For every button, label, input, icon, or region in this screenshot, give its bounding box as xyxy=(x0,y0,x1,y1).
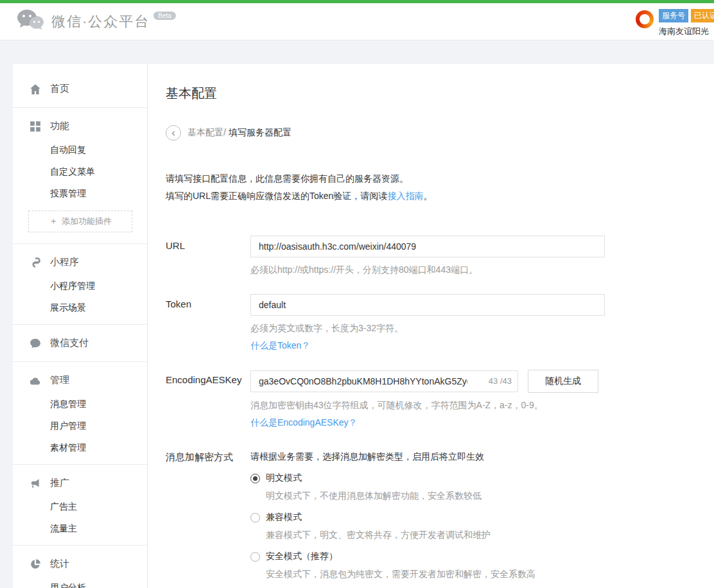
url-input[interactable] xyxy=(250,236,605,257)
sidebar-group-miniprogram: 小程序 小程序管理 展示场景 xyxy=(13,243,147,324)
sidebar-item-traffic-owner[interactable]: 流量主 xyxy=(13,517,147,539)
url-hint: 必须以http://或https://开头，分别支持80端口和443端口。 xyxy=(250,264,701,276)
radio-icon[interactable] xyxy=(250,552,260,562)
sidebar-group-label: 功能 xyxy=(50,120,69,132)
sidebar-item-home[interactable]: 首页 xyxy=(13,76,147,101)
mode-radio-secure[interactable]: 安全模式（推荐） xyxy=(250,551,701,562)
sidebar-group-statistics: 统计 用户分析 图文分析 菜单分析 xyxy=(13,545,147,588)
radio-icon[interactable] xyxy=(250,513,260,523)
content-card: 首页 功能 自动回复 自定义菜单 投票管理 ＋ 添加功能插件 xyxy=(13,64,714,588)
mode-hint-secure: 安全模式下，消息包为纯密文，需要开发者加密和解密，安全系数高 xyxy=(266,569,701,580)
account-name: 海南友谊阳光 xyxy=(659,26,714,37)
radio-icon[interactable] xyxy=(250,474,260,483)
plus-icon: ＋ xyxy=(49,216,58,227)
sidebar-item-promotion[interactable]: 推广 xyxy=(13,471,147,496)
sidebar-item-user-manage[interactable]: 用户管理 xyxy=(13,415,147,437)
sidebar-item-vote-manage[interactable]: 投票管理 xyxy=(13,182,147,204)
mode-hint-compat: 兼容模式下，明文、密文将共存，方便开发者调试和维护 xyxy=(266,530,701,541)
token-label: Token xyxy=(166,294,250,352)
miniprogram-icon xyxy=(30,257,41,268)
url-row: URL 必须以http://或https://开头，分别支持80端口和443端口… xyxy=(166,236,701,276)
sidebar: 首页 功能 自动回复 自定义菜单 投票管理 ＋ 添加功能插件 xyxy=(13,64,148,588)
mode-radio-compat[interactable]: 兼容模式 xyxy=(250,512,701,523)
promotion-icon xyxy=(30,478,41,489)
intro-text: 请填写接口配置信息，此信息需要你拥有自己的服务器资源。 填写的URL需要正确响应… xyxy=(166,170,701,205)
sidebar-item-miniprogram[interactable]: 小程序 xyxy=(13,250,147,275)
account-verified-badge: 已认证 xyxy=(691,9,714,22)
sidebar-item-auto-reply[interactable]: 自动回复 xyxy=(13,139,147,160)
breadcrumb-current: 填写服务器配置 xyxy=(229,127,292,139)
sidebar-group-home: 首页 xyxy=(13,71,147,107)
intro-line1: 请填写接口配置信息，此信息需要你拥有自己的服务器资源。 xyxy=(166,170,701,187)
sidebar-item-material-manage[interactable]: 素材管理 xyxy=(13,437,147,458)
wechat-pay-icon xyxy=(30,338,41,349)
sidebar-item-wechat-pay[interactable]: 微信支付 xyxy=(13,331,147,356)
sidebar-item-manage[interactable]: 管理 xyxy=(13,368,147,393)
sidebar-group-label: 管理 xyxy=(50,374,69,386)
sidebar-item-advertiser[interactable]: 广告主 xyxy=(13,496,147,517)
sidebar-group-promotion: 推广 广告主 流量主 xyxy=(13,464,147,545)
add-plugin-label: 添加功能插件 xyxy=(62,216,112,227)
access-guide-link[interactable]: 接入指南 xyxy=(387,191,423,201)
breadcrumb-parent[interactable]: 基本配置/ xyxy=(187,127,226,139)
sidebar-group-label: 推广 xyxy=(50,477,69,489)
mode-option-compat: 兼容模式 兼容模式下，明文、密文将共存，方便开发者调试和维护 xyxy=(250,512,701,541)
what-is-aeskey-link[interactable]: 什么是EncodingAESKey？ xyxy=(250,417,358,429)
mode-hint-plain: 明文模式下，不使用消息体加解密功能，安全系数较低 xyxy=(266,490,701,502)
token-row: Token 必须为英文或数字，长度为3-32字符。 什么是Token？ xyxy=(166,294,701,352)
home-icon xyxy=(30,83,41,95)
mode-label: 消息加解密方式 xyxy=(166,447,250,580)
mode-row: 消息加解密方式 请根据业务需要，选择消息加解密类型，启用后将立即生效 明文模式 … xyxy=(166,447,701,580)
sidebar-group-wechat-pay: 微信支付 xyxy=(13,324,147,361)
sidebar-group-label: 统计 xyxy=(50,558,69,570)
mode-option-secure: 安全模式（推荐） 安全模式下，消息包为纯密文，需要开发者加密和解密，安全系数高 xyxy=(250,551,701,580)
account-info: 服务号 已认证 海南友谊阳光 xyxy=(636,9,714,37)
aeskey-hint: 消息加密密钥由43位字符组成，可随机修改，字符范围为A-Z，a-z，0-9。 xyxy=(250,400,701,411)
sidebar-item-features[interactable]: 功能 xyxy=(13,114,147,139)
manage-icon xyxy=(30,375,41,386)
brand: 微信·公众平台 Beta xyxy=(17,9,176,35)
features-icon xyxy=(30,121,41,132)
aeskey-label: EncodingAESKey xyxy=(166,370,250,429)
page-title: 基本配置 xyxy=(166,85,701,102)
sidebar-item-display-scene[interactable]: 展示场景 xyxy=(13,297,147,318)
main-content: 基本配置 ‹ 基本配置/ 填写服务器配置 请填写接口配置信息，此信息需要你拥有自… xyxy=(148,64,714,588)
sidebar-item-custom-menu[interactable]: 自定义菜单 xyxy=(13,160,147,182)
token-hint: 必须为英文或数字，长度为3-32字符。 xyxy=(250,323,701,334)
header: 微信·公众平台 Beta 服务号 已认证 海南友谊阳光 xyxy=(0,3,714,40)
sidebar-group-label: 微信支付 xyxy=(50,337,89,349)
mode-radio-plain[interactable]: 明文模式 xyxy=(250,472,701,484)
brand-title: 微信·公众平台 xyxy=(51,12,150,31)
breadcrumb: ‹ 基本配置/ 填写服务器配置 xyxy=(166,125,701,141)
sidebar-item-message-manage[interactable]: 消息管理 xyxy=(13,393,147,415)
random-generate-button[interactable]: 随机生成 xyxy=(528,370,598,393)
aeskey-input[interactable] xyxy=(250,370,518,392)
url-label: URL xyxy=(166,236,250,276)
statistics-icon xyxy=(30,558,41,570)
sidebar-item-miniprogram-manage[interactable]: 小程序管理 xyxy=(13,275,147,297)
sidebar-item-user-analysis[interactable]: 用户分析 xyxy=(13,576,147,588)
back-button[interactable]: ‹ xyxy=(166,125,181,141)
mode-description: 请根据业务需要，选择消息加解密类型，启用后将立即生效 xyxy=(250,447,701,463)
aeskey-row: EncodingAESKey 43 /43 随机生成 消息加密密钥由43位字符组… xyxy=(166,370,701,429)
sidebar-group-label: 首页 xyxy=(50,83,69,95)
beta-badge: Beta xyxy=(153,12,176,20)
sidebar-item-statistics[interactable]: 统计 xyxy=(13,551,147,576)
mode-option-plain: 明文模式 明文模式下，不使用消息体加解密功能，安全系数较低 xyxy=(250,472,701,502)
account-type-badge: 服务号 xyxy=(659,9,688,22)
add-plugin-button[interactable]: ＋ 添加功能插件 xyxy=(28,211,132,232)
wechat-logo-icon xyxy=(17,9,44,35)
back-arrow-icon: ‹ xyxy=(171,127,175,138)
sidebar-group-label: 小程序 xyxy=(50,256,79,268)
what-is-token-link[interactable]: 什么是Token？ xyxy=(250,340,310,352)
account-logo xyxy=(636,10,654,28)
token-input[interactable] xyxy=(250,294,605,316)
sidebar-group-manage: 管理 消息管理 用户管理 素材管理 xyxy=(13,361,147,464)
intro-line2: 填写的URL需要正确响应微信发送的Token验证，请阅读接入指南。 xyxy=(166,187,701,205)
sidebar-group-features: 功能 自动回复 自定义菜单 投票管理 ＋ 添加功能插件 xyxy=(13,107,147,243)
